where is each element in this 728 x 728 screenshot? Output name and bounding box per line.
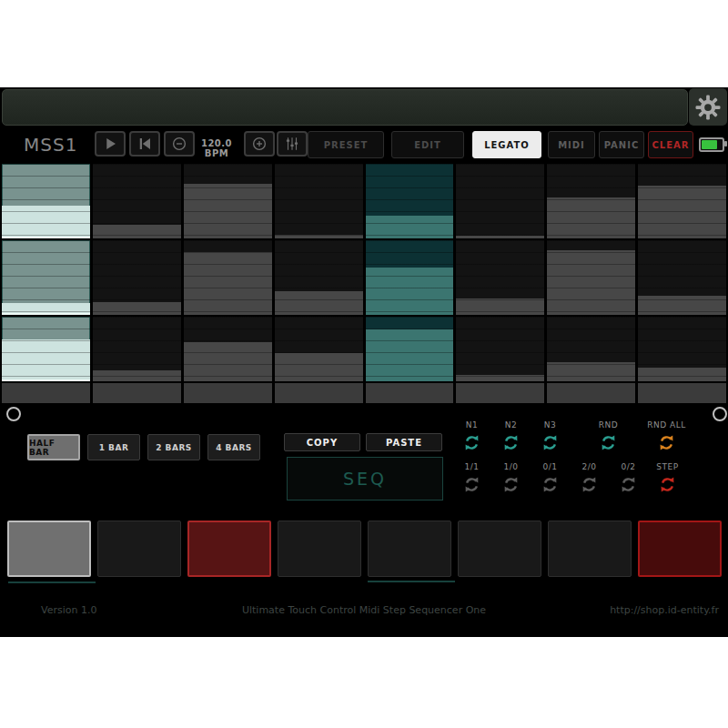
refresh-icon <box>581 476 598 493</box>
step-cell-r2c3[interactable] <box>184 240 272 315</box>
rewind-icon <box>136 136 153 152</box>
knob-2-0[interactable]: 2/0 <box>570 462 609 493</box>
step-level-fill <box>93 302 181 315</box>
pad-2[interactable] <box>97 521 181 577</box>
step-cell-r2c7[interactable] <box>547 240 635 315</box>
step-level-fill <box>184 184 272 238</box>
step-cell-r3c5[interactable] <box>366 317 454 381</box>
knob-step[interactable]: STEP <box>648 462 687 493</box>
bpm-plus-button[interactable] <box>244 131 275 157</box>
length-cell-c6[interactable] <box>456 383 544 403</box>
knob-0-2[interactable]: 0/2 <box>609 462 648 493</box>
step-level-fill <box>547 197 635 238</box>
step-cell-r3c3[interactable] <box>184 317 272 381</box>
faders-icon <box>284 136 300 152</box>
step-cell-r1c4[interactable] <box>275 164 363 238</box>
rewind-button[interactable] <box>129 131 160 157</box>
knob-label: N3 <box>544 420 556 430</box>
step-level-fill <box>456 298 544 315</box>
faders-button[interactable] <box>277 131 308 157</box>
toolbar: MSS1 120.0 BPM <box>0 131 728 158</box>
page-indicator-left[interactable] <box>6 407 21 421</box>
edit-button[interactable]: EDIT <box>391 131 464 158</box>
step-level-fill <box>547 250 635 315</box>
knob-n2[interactable]: N2 <box>491 420 531 451</box>
step-cell-r2c6[interactable] <box>456 240 544 315</box>
midi-button[interactable]: MIDI <box>548 131 595 158</box>
page-indicator-right[interactable] <box>713 407 727 421</box>
length-cell-c2[interactable] <box>93 383 181 403</box>
seq-button[interactable]: SEQ <box>287 457 443 500</box>
step-cell-r1c1[interactable] <box>2 164 90 238</box>
knob-rnd[interactable]: RND <box>589 420 628 451</box>
length-cell-c8[interactable] <box>638 383 726 403</box>
knob-1-0[interactable]: 1/0 <box>491 462 531 493</box>
plus-icon <box>251 136 268 152</box>
play-button[interactable] <box>95 131 126 157</box>
step-level-fill <box>547 362 635 381</box>
step-cell-r3c6[interactable] <box>456 317 544 381</box>
step-cell-r1c3[interactable] <box>184 164 272 238</box>
pad-4[interactable] <box>278 521 361 577</box>
knob-n1[interactable]: N1 <box>452 420 491 451</box>
step-level-fill <box>456 375 544 381</box>
refresh-icon <box>502 476 520 493</box>
length-cell-c1[interactable] <box>2 383 90 403</box>
pad-8[interactable] <box>638 521 722 577</box>
step-cell-r3c7[interactable] <box>547 317 635 381</box>
bar-length-2-bars[interactable]: 2 BARS <box>147 434 200 460</box>
knob-n3[interactable]: N3 <box>531 420 570 451</box>
pad-5[interactable] <box>368 521 451 577</box>
gear-icon <box>694 94 722 121</box>
settings-button[interactable] <box>689 88 727 126</box>
battery-icon <box>699 137 724 152</box>
length-cell-c4[interactable] <box>275 383 363 403</box>
footer-url: http://shop.id-entity.fr <box>610 604 719 616</box>
step-cell-r3c4[interactable] <box>275 317 363 381</box>
refresh-icon <box>659 476 676 493</box>
step-cell-r2c5[interactable] <box>366 240 454 315</box>
bar-length-half-bar[interactable]: HALF BAR <box>27 434 80 460</box>
step-cell-r1c6[interactable] <box>456 164 544 238</box>
step-cell-r2c8[interactable] <box>638 240 726 315</box>
step-grid <box>0 164 728 403</box>
knob-0-1[interactable]: 0/1 <box>531 462 570 493</box>
minus-icon <box>171 136 187 152</box>
length-cell-c3[interactable] <box>184 383 272 403</box>
step-cell-r2c2[interactable] <box>93 240 181 315</box>
step-cell-r1c5[interactable] <box>366 164 454 238</box>
step-cell-r3c1[interactable] <box>2 317 90 381</box>
pad-7[interactable] <box>548 521 632 577</box>
step-cell-r1c8[interactable] <box>638 164 726 238</box>
step-cell-r1c2[interactable] <box>93 164 181 238</box>
knob-label: RND ALL <box>647 420 685 430</box>
bar-length-group: HALF BAR1 BAR2 BARS4 BARS <box>27 434 260 460</box>
step-level-fill <box>184 342 272 381</box>
bar-length-4-bars[interactable]: 4 BARS <box>207 434 260 460</box>
pad-3[interactable] <box>187 521 271 577</box>
clear-button[interactable]: CLEAR <box>648 131 693 158</box>
step-level-fill <box>184 252 272 315</box>
step-level-fill <box>638 368 726 381</box>
step-cell-r2c4[interactable] <box>275 240 363 315</box>
refresh-icon <box>463 434 480 451</box>
paste-button[interactable]: PASTE <box>366 433 442 451</box>
knob-1-1[interactable]: 1/1 <box>452 462 491 493</box>
length-cell-c5[interactable] <box>366 383 454 403</box>
legato-button[interactable]: LEGATO <box>472 131 541 158</box>
length-cell-c7[interactable] <box>547 383 635 403</box>
step-cell-r2c1[interactable] <box>2 240 90 315</box>
step-cell-r1c7[interactable] <box>547 164 635 238</box>
randomizer-row-top: N1N2N3RNDRND ALL <box>452 420 686 451</box>
step-cell-r3c2[interactable] <box>93 317 181 381</box>
copy-button[interactable]: COPY <box>284 433 360 451</box>
preset-button[interactable]: PRESET <box>308 131 384 158</box>
pad-1[interactable] <box>7 521 91 577</box>
knob-label: N2 <box>505 420 517 430</box>
bpm-minus-button[interactable] <box>164 131 195 157</box>
step-cell-r3c8[interactable] <box>638 317 726 381</box>
panic-button[interactable]: PANIC <box>599 131 644 158</box>
bar-length-1-bar[interactable]: 1 BAR <box>87 434 140 460</box>
pad-6[interactable] <box>458 521 541 577</box>
knob-rnd-all[interactable]: RND ALL <box>647 420 686 451</box>
